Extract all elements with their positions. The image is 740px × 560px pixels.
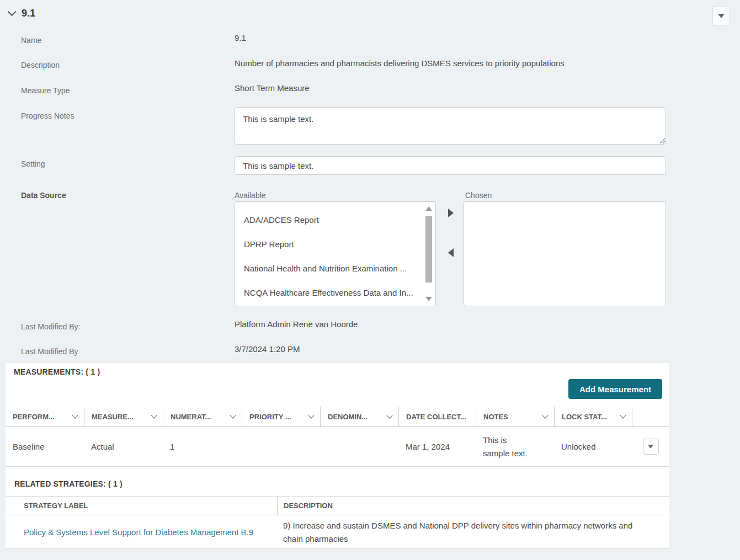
column-header-performance[interactable]: PERFORM...: [6, 407, 84, 426]
column-header-numerator[interactable]: NUMERAT...: [163, 407, 242, 426]
measurements-table-header: PERFORM... MEASURE... NUMERAT... PRIORIT…: [6, 407, 669, 427]
column-header-date-collected[interactable]: DATE COLLECT...: [398, 407, 476, 426]
strategy-row: Policy & Systems Level Support for Diabe…: [6, 515, 669, 549]
measurements-section-title: MEASUREMENTS: ( 1 ): [14, 367, 100, 376]
header-menu-button[interactable]: [712, 7, 730, 25]
chevron-down-icon[interactable]: [72, 412, 78, 418]
caret-down-icon: [718, 14, 725, 18]
scroll-down-icon[interactable]: [425, 297, 432, 301]
column-header-denominator[interactable]: DENOMIN...: [320, 407, 398, 426]
chevron-down-icon[interactable]: [308, 412, 314, 418]
list-item[interactable]: National Health and Nutrition Examinatio…: [235, 256, 422, 280]
cell-priority: [242, 427, 320, 466]
column-header-notes[interactable]: NOTES: [476, 407, 554, 426]
last-modified-date-label: Last Modified By: [21, 347, 78, 356]
measurement-row: Baseline Actual 1 Mar 1, 2024 This is sa…: [6, 427, 669, 467]
last-modified-by-label: Last Modified By:: [21, 322, 80, 331]
progress-notes-textarea[interactable]: This is sample text.: [235, 107, 666, 145]
measure-type-value: Short Term Measure: [235, 83, 310, 93]
column-header-priority[interactable]: PRIORITY ...: [242, 407, 320, 426]
description-value: Number of pharmacies and pharmacists del…: [235, 58, 565, 68]
last-modified-date-value: 3/7/2024 1:20 PM: [235, 344, 300, 354]
available-listbox[interactable]: ADA/ADCES Report DPRP Report National He…: [235, 201, 436, 306]
caret-down-icon: [648, 445, 653, 449]
move-right-icon[interactable]: [448, 209, 454, 217]
setting-label: Setting: [21, 159, 45, 168]
collapse-chevron-icon[interactable]: [8, 8, 17, 17]
measure-detail-page: { "header": { "title": "9.1" }, "form": …: [0, 0, 740, 560]
cell-measure: Actual: [84, 427, 163, 466]
chosen-label: Chosen: [465, 191, 492, 200]
name-label: Name: [21, 36, 41, 45]
cell-notes: This is sample text.: [476, 427, 554, 466]
measure-type-label: Measure Type: [21, 86, 70, 95]
cell-numerator: 1: [163, 427, 242, 466]
cell-lock-status: Unlocked: [554, 427, 632, 466]
available-label: Available: [235, 191, 266, 200]
chevron-down-icon[interactable]: [620, 412, 626, 418]
list-item[interactable]: DPRP Report: [235, 232, 422, 256]
column-header-lock-status[interactable]: LOCK STAT...: [554, 407, 632, 426]
cell-strategy-label: Policy & Systems Level Support for Diabe…: [6, 515, 277, 549]
strategy-link[interactable]: Policy & Systems Level Support for Diabe…: [24, 527, 253, 537]
chevron-down-icon[interactable]: [230, 412, 236, 418]
cell-performance: Baseline: [6, 427, 84, 466]
resize-handle-icon[interactable]: [659, 138, 666, 144]
column-header-strategy-label: STRATEGY LABEL: [6, 497, 277, 515]
chevron-down-icon[interactable]: [542, 412, 548, 418]
name-value: 9.1: [235, 33, 246, 42]
cell-actions: [632, 427, 669, 466]
column-header-actions: [632, 407, 669, 426]
setting-input[interactable]: [235, 156, 666, 175]
row-menu-button[interactable]: [643, 439, 659, 455]
cell-denominator: [320, 427, 398, 466]
strategy-description-text: 9) Increase and sustain DSMES and Nation…: [283, 519, 647, 546]
add-measurement-button[interactable]: Add Measurement: [568, 379, 662, 399]
measure-header: 9.1: [9, 8, 35, 19]
chosen-listbox[interactable]: [464, 201, 666, 306]
page-title: 9.1: [22, 8, 35, 19]
chevron-down-icon[interactable]: [386, 412, 392, 418]
move-left-icon[interactable]: [448, 248, 454, 257]
list-item[interactable]: ADA/ADCES Report: [235, 207, 422, 232]
details-panel: MEASUREMENTS: ( 1 ) Add Measurement PERF…: [6, 363, 669, 549]
data-source-label: Data Source: [21, 191, 66, 200]
related-strategies-section-title: RELATED STRATEGIES: ( 1 ): [14, 479, 123, 488]
scroll-thumb[interactable]: [425, 216, 432, 282]
scrollbar[interactable]: [423, 203, 434, 305]
cell-strategy-description: 9) Increase and sustain DSMES and Nation…: [277, 515, 669, 549]
list-item[interactable]: NCQA Healthcare Effectiveness Data and I…: [235, 280, 422, 305]
progress-notes-label: Progress Notes: [21, 111, 74, 120]
cell-date-collected: Mar 1, 2024: [398, 427, 476, 466]
description-label: Description: [21, 61, 60, 70]
column-header-description: DESCRIPTION: [277, 497, 669, 515]
last-modified-by-value: Platform Admin Rene van Hoorde: [235, 319, 358, 329]
chevron-down-icon[interactable]: [151, 412, 157, 418]
column-header-measure[interactable]: MEASURE...: [84, 407, 163, 426]
scroll-up-icon[interactable]: [425, 206, 432, 211]
strategies-table-header: STRATEGY LABEL DESCRIPTION: [6, 496, 669, 515]
